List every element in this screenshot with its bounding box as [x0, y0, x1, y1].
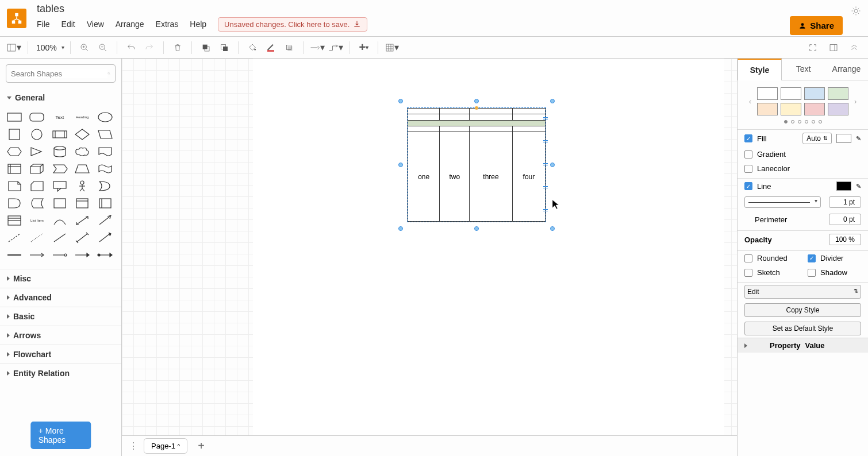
gradient-checkbox[interactable]: [744, 150, 752, 159]
zoom-out-icon[interactable]: [95, 40, 111, 56]
rounded-checkbox[interactable]: [744, 254, 752, 262]
menu-extras[interactable]: Extras: [156, 20, 179, 29]
shape-bidir-arrow[interactable]: [74, 214, 91, 227]
shape-diamond[interactable]: [74, 127, 91, 141]
waypoint-icon[interactable]: ▾: [328, 40, 344, 56]
fill-color[interactable]: [836, 134, 851, 143]
shape-note[interactable]: [6, 179, 23, 193]
row-resize-handle[interactable]: [543, 163, 548, 167]
opacity-input[interactable]: [829, 234, 861, 245]
swatch[interactable]: [828, 103, 848, 115]
table-object[interactable]: one two three four: [407, 107, 546, 222]
eyedropper-icon[interactable]: ✎: [856, 135, 861, 142]
cat-general[interactable]: General: [0, 88, 121, 107]
shape-square[interactable]: [6, 127, 23, 141]
shape-list[interactable]: [6, 214, 23, 227]
shape-link[interactable]: [6, 248, 23, 262]
cat-entity-relation[interactable]: Entity Relation: [0, 364, 121, 382]
canvas[interactable]: one two three four: [122, 59, 737, 456]
swatch[interactable]: [804, 103, 825, 115]
shape-internal-storage[interactable]: [6, 162, 23, 176]
row-resize-handle[interactable]: [543, 209, 548, 212]
row-resize-handle[interactable]: [543, 186, 548, 190]
fullscreen-icon[interactable]: [805, 40, 821, 56]
shape-line[interactable]: [51, 231, 68, 245]
zoom-level[interactable]: 100%: [34, 43, 59, 52]
shape-process[interactable]: [51, 127, 68, 141]
swatch[interactable]: [781, 87, 801, 100]
menu-help[interactable]: Help: [190, 20, 206, 29]
tab-arrange[interactable]: Arrange: [825, 59, 868, 80]
property-header[interactable]: Property Value: [738, 338, 868, 353]
shape-data-storage[interactable]: [28, 196, 45, 210]
shape-document[interactable]: [97, 145, 114, 159]
line-style-select[interactable]: [744, 196, 821, 208]
pager-dot[interactable]: [805, 120, 808, 123]
redo-icon[interactable]: [141, 40, 158, 56]
shape-link4[interactable]: [74, 248, 91, 262]
insert-icon[interactable]: +▾: [356, 40, 372, 56]
shape-arrow[interactable]: [97, 214, 114, 227]
line-color[interactable]: [836, 181, 851, 191]
sidebar-toggle[interactable]: ▾: [6, 40, 22, 56]
copy-style-button[interactable]: Copy Style: [744, 303, 861, 317]
divider-checkbox[interactable]: ✓: [808, 254, 816, 262]
selection-handle[interactable]: [398, 226, 403, 231]
swatch-next[interactable]: ›: [852, 97, 859, 106]
edit-select[interactable]: Edit⇅: [744, 285, 861, 299]
selection-handle[interactable]: [550, 163, 555, 167]
swatch[interactable]: [804, 87, 825, 100]
unsaved-warning[interactable]: Unsaved changes. Click here to save.: [218, 17, 367, 32]
shadow-icon[interactable]: [281, 40, 297, 56]
shape-or[interactable]: [97, 179, 114, 193]
menu-edit[interactable]: Edit: [62, 20, 75, 29]
shape-trapezoid[interactable]: [74, 162, 91, 176]
rotate-handle[interactable]: [475, 106, 478, 110]
tab-text[interactable]: Text: [782, 59, 825, 80]
shape-tape[interactable]: [97, 162, 114, 176]
line-color-icon[interactable]: [263, 40, 279, 56]
pager-dot[interactable]: [812, 120, 815, 123]
pager-dot[interactable]: [819, 120, 822, 123]
shape-ellipse[interactable]: [97, 110, 114, 124]
shape-dashed[interactable]: [6, 231, 23, 245]
canvas-page[interactable]: one two three four: [253, 59, 724, 456]
selection-handle[interactable]: [398, 99, 403, 103]
shape-text[interactable]: Text: [51, 110, 68, 124]
shape-and[interactable]: [6, 196, 23, 210]
to-back-icon[interactable]: [216, 40, 232, 56]
shape-roundrect[interactable]: [28, 110, 45, 124]
selection-handle[interactable]: [474, 99, 479, 103]
shape-listitem[interactable]: List Item: [28, 214, 45, 227]
selection-handle[interactable]: [474, 226, 479, 231]
theme-toggle[interactable]: [851, 6, 861, 18]
table-icon[interactable]: ▾: [384, 40, 400, 56]
shape-cylinder[interactable]: [51, 145, 68, 159]
shadow-checkbox[interactable]: [808, 269, 816, 277]
shape-cube[interactable]: [28, 162, 45, 176]
shape-curve[interactable]: [51, 214, 68, 227]
menu-file[interactable]: File: [37, 20, 50, 29]
shape-heading[interactable]: Heading: [74, 110, 91, 124]
menu-arrange[interactable]: Arrange: [116, 20, 144, 29]
swatch[interactable]: [828, 87, 848, 100]
shape-cloud[interactable]: [74, 145, 91, 159]
search-input[interactable]: [11, 69, 107, 78]
shape-rect[interactable]: [6, 110, 23, 124]
shape-link2[interactable]: [28, 248, 45, 262]
document-title[interactable]: tables: [37, 3, 367, 15]
fill-mode-select[interactable]: Auto⇅: [802, 133, 832, 144]
shape-hexagon[interactable]: [6, 145, 23, 159]
cat-misc[interactable]: Misc: [0, 269, 121, 288]
shape-bidir-line[interactable]: [74, 231, 91, 245]
shape-circle[interactable]: [28, 127, 45, 141]
cat-arrows[interactable]: Arrows: [0, 326, 121, 345]
undo-icon[interactable]: [123, 40, 139, 56]
swatch[interactable]: [781, 103, 801, 115]
pager-dot[interactable]: [784, 120, 788, 123]
shape-frame-v[interactable]: [97, 196, 114, 210]
shape-triangle[interactable]: [28, 145, 45, 159]
shape-frame[interactable]: [74, 196, 91, 210]
shape-parallelogram[interactable]: [97, 127, 114, 141]
lanecolor-checkbox[interactable]: [744, 165, 752, 173]
